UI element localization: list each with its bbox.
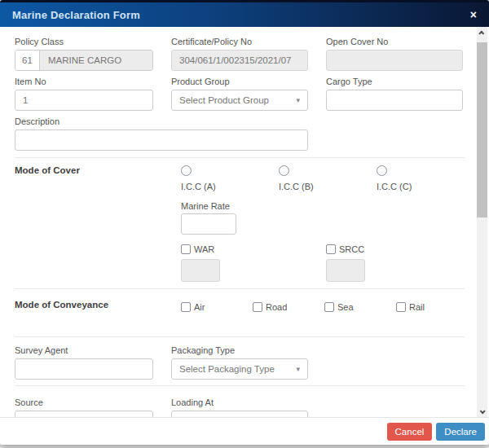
policy-class-code: 61 — [15, 51, 40, 70]
source-label: Source — [15, 397, 153, 408]
declare-button[interactable]: Declare — [436, 423, 485, 441]
empty-cell — [326, 345, 463, 380]
air-label: Air — [194, 302, 205, 312]
chevron-down-icon[interactable] — [477, 406, 487, 417]
marine-rate-input[interactable] — [181, 213, 236, 235]
item-no-group: Item No — [15, 77, 153, 111]
road-label: Road — [266, 302, 287, 312]
cargo-type-group: Cargo Type — [326, 77, 463, 111]
scrollbar[interactable] — [477, 27, 487, 417]
divider — [15, 385, 465, 386]
source-select[interactable]: --Choose Source ▾ — [15, 411, 153, 417]
cargo-type-input[interactable] — [326, 90, 463, 111]
sea-option: Sea — [315, 299, 386, 314]
scrollbar-thumb[interactable] — [477, 42, 487, 217]
chevron-up-icon[interactable] — [477, 27, 487, 38]
modal-title: Marine Declaration Form — [12, 9, 140, 21]
icc-c-label: I.C.C (C) — [377, 182, 465, 191]
loading-at-select[interactable]: Select an Option ▾ — [171, 411, 308, 417]
divider — [15, 336, 465, 337]
cancel-button[interactable]: Cancel — [387, 423, 433, 441]
divider — [15, 157, 465, 158]
packaging-type-select[interactable]: Select Packaging Type ▾ — [171, 358, 308, 380]
source-value: --Choose Source — [23, 416, 94, 417]
war-label: WAR — [194, 244, 214, 254]
product-group-select[interactable]: Select Product Group ▾ — [171, 90, 308, 111]
rail-label: Rail — [409, 302, 425, 312]
modal-footer: Cancel Declare — [0, 417, 489, 445]
row-survey: Survey Agent Packaging Type Select Packa… — [15, 345, 465, 380]
icc-a-radio[interactable] — [181, 165, 192, 176]
mode-of-cover-label: Mode of Cover — [15, 165, 171, 191]
icc-b-radio[interactable] — [279, 165, 289, 176]
loading-at-label: Loading At — [171, 397, 308, 408]
icc-a-label: I.C.C (A) — [181, 182, 269, 191]
form-content: Policy Class 61 MARINE CARGO Certificate… — [0, 27, 489, 417]
mode-of-conveyance-label: Mode of Conveyance — [15, 299, 171, 314]
srcc-group: SRCC — [316, 241, 461, 282]
divider — [15, 288, 465, 289]
rail-option: Rail — [386, 299, 458, 314]
item-no-label: Item No — [15, 77, 153, 87]
mode-of-conveyance-section: Mode of Conveyance Air Road Sea Rail — [15, 299, 465, 314]
open-cover-group: Open Cover No — [326, 37, 463, 71]
row-source: Source --Choose Source ▾ Loading At Sele… — [15, 397, 465, 417]
mode-of-cover-options: I.C.C (A) I.C.C (B) I.C.C (C) — [171, 165, 465, 191]
empty-cell — [326, 397, 463, 417]
survey-agent-group: Survey Agent — [15, 345, 153, 380]
marine-rate-label: Marine Rate — [181, 201, 465, 211]
mode-of-cover-section: Mode of Cover I.C.C (A) I.C.C (B) I.C.C … — [15, 165, 465, 191]
rail-checkbox[interactable] — [396, 302, 406, 312]
loading-at-value: Select an Option — [179, 416, 249, 417]
product-group-value: Select Product Group — [179, 95, 269, 105]
srcc-rate-box — [326, 259, 365, 282]
icc-b-label: I.C.C (B) — [279, 182, 367, 191]
item-no-input[interactable] — [15, 90, 153, 111]
modal-header: Marine Declaration Form × — [0, 0, 489, 27]
war-srcc-row: WAR SRCC — [171, 241, 465, 282]
icc-a-option: I.C.C (A) — [171, 165, 269, 191]
loading-at-group: Loading At Select an Option ▾ — [171, 397, 308, 417]
modal-body: Policy Class 61 MARINE CARGO Certificate… — [0, 27, 489, 417]
policy-class-input-group: 61 MARINE CARGO — [15, 50, 153, 71]
srcc-label: SRCC — [339, 244, 364, 254]
product-group-label: Product Group — [171, 77, 308, 87]
row-policy: Policy Class 61 MARINE CARGO Certificate… — [15, 37, 465, 71]
certificate-policy-input — [171, 50, 308, 71]
open-cover-input — [326, 50, 463, 71]
survey-agent-input[interactable] — [15, 358, 153, 380]
source-group: Source --Choose Source ▾ — [15, 397, 153, 417]
war-checkbox[interactable] — [181, 244, 191, 254]
caret-down-icon: ▾ — [296, 365, 300, 373]
marine-declaration-modal: Marine Declaration Form × Policy Class 6… — [0, 0, 489, 445]
road-checkbox[interactable] — [253, 302, 262, 312]
open-cover-label: Open Cover No — [326, 37, 463, 47]
air-checkbox[interactable] — [181, 302, 191, 312]
icc-b-option: I.C.C (B) — [269, 165, 367, 191]
caret-down-icon: ▾ — [296, 96, 300, 104]
war-rate-box — [181, 259, 220, 282]
policy-class-group: Policy Class 61 MARINE CARGO — [15, 37, 153, 71]
icc-c-option: I.C.C (C) — [367, 165, 465, 191]
policy-class-label: Policy Class — [15, 37, 153, 47]
policy-class-name: MARINE CARGO — [40, 51, 152, 70]
war-group: WAR — [171, 241, 316, 282]
road-option: Road — [243, 299, 315, 314]
product-group-group: Product Group Select Product Group ▾ — [171, 77, 308, 111]
certificate-policy-group: Certificate/Policy No — [171, 37, 308, 71]
survey-agent-label: Survey Agent — [15, 345, 153, 356]
row-item: Item No Product Group Select Product Gro… — [15, 77, 465, 111]
close-icon[interactable]: × — [470, 9, 477, 20]
certificate-policy-label: Certificate/Policy No — [171, 37, 308, 47]
sea-label: Sea — [337, 302, 354, 312]
packaging-type-label: Packaging Type — [171, 345, 308, 356]
packaging-type-group: Packaging Type Select Packaging Type ▾ — [171, 345, 308, 380]
marine-rate-group: Marine Rate — [171, 201, 465, 235]
air-option: Air — [171, 299, 243, 314]
sea-checkbox[interactable] — [324, 302, 334, 312]
description-input[interactable] — [15, 130, 308, 151]
description-label: Description — [15, 116, 465, 127]
icc-c-radio[interactable] — [377, 165, 387, 176]
mode-of-conveyance-options: Air Road Sea Rail — [171, 299, 465, 314]
srcc-checkbox[interactable] — [326, 244, 336, 254]
